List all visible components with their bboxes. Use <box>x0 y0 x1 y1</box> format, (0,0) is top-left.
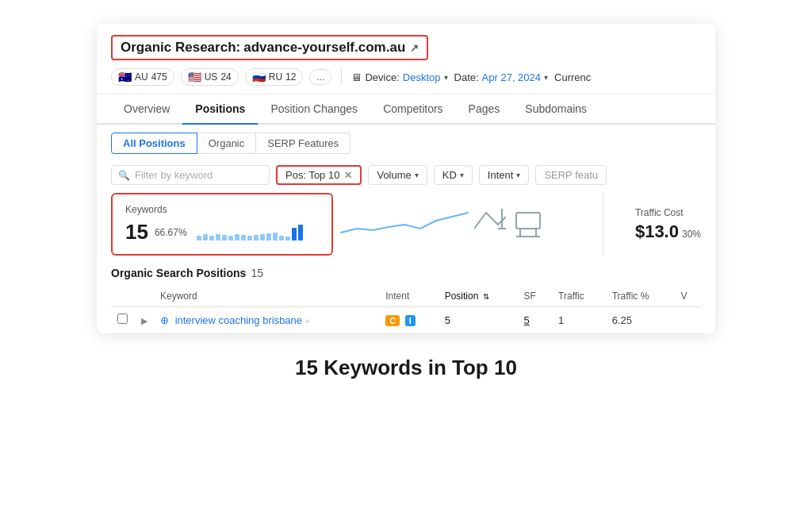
more-countries-button[interactable]: ... <box>309 69 331 85</box>
volume-dropdown[interactable]: Volume ▾ <box>368 165 427 185</box>
volume-chevron: ▾ <box>415 171 419 179</box>
us-badge[interactable]: 🇺🇸 US 24 <box>181 68 239 86</box>
keyword-add-icon: ⊕ <box>160 314 169 326</box>
keyword-cell: ⊕ interview coaching brisbane » <box>154 307 379 333</box>
tab-position-changes[interactable]: Position Changes <box>258 94 370 125</box>
kd-dropdown[interactable]: KD ▾ <box>434 165 473 185</box>
bar-17 <box>298 225 303 241</box>
traffic-icon-1 <box>474 205 506 244</box>
table-title: Organic Search Positions <box>111 267 246 279</box>
table-count: 15 <box>251 267 263 279</box>
au-code: AU <box>135 71 148 83</box>
bottom-caption: 15 Keywords in Top 10 <box>0 333 812 388</box>
traffic-cost-value: $13.0 <box>635 221 679 242</box>
ru-code: RU <box>269 71 282 83</box>
ru-count: 12 <box>285 71 296 83</box>
row-expand-cell: ▶ <box>135 307 154 333</box>
intent-label: Intent <box>488 169 514 181</box>
bar-1 <box>197 236 201 241</box>
device-label-text: Device: <box>365 71 399 83</box>
ru-badge[interactable]: 🇷🇺 RU 12 <box>245 68 304 86</box>
traffic-sparkline <box>341 205 468 244</box>
intent-badge-c: C <box>385 315 400 326</box>
traffic-value: 1 <box>558 314 564 326</box>
au-badge[interactable]: 🇦🇺 AU 475 <box>111 68 174 86</box>
bar-2 <box>203 234 208 241</box>
col-position[interactable]: Position ⇅ <box>439 286 518 307</box>
serp-features-button[interactable]: SERP featu <box>535 165 607 185</box>
intent-badge-i: I <box>405 315 416 326</box>
row-checkbox-cell <box>111 307 135 333</box>
bar-7 <box>235 234 239 241</box>
us-code: US <box>205 71 218 83</box>
bar-4 <box>216 234 220 241</box>
col-keyword: Keyword <box>154 286 379 307</box>
divider <box>341 69 342 85</box>
col-traffic: Traffic <box>552 286 606 307</box>
kd-label: KD <box>442 169 457 181</box>
ru-flag: 🇷🇺 <box>252 71 266 83</box>
tab-competitors[interactable]: Competitors <box>370 94 455 125</box>
domain-name: advance-yourself.com.au <box>243 40 405 56</box>
keyword-search-wrap[interactable]: 🔍 Filter by keyword <box>111 165 270 185</box>
col-checkbox <box>111 286 135 307</box>
organic-research-title: Organic Research: advance-yourself.com.a… <box>111 35 428 60</box>
device-chevron: ▾ <box>444 73 448 82</box>
traffic-cost-title: Traffic Cost <box>635 207 701 218</box>
position-value: 5 <box>445 314 450 326</box>
country-filter-row: 🇦🇺 AU 475 🇺🇸 US 24 🇷🇺 RU 12 ... 🖥 Device… <box>111 68 701 86</box>
intent-cell: C I <box>379 307 438 333</box>
au-count: 475 <box>151 71 167 83</box>
bar-15 <box>285 237 290 241</box>
subtab-serp-features[interactable]: SERP Features <box>256 133 350 154</box>
bar-16 <box>292 228 297 241</box>
keywords-title: Keywords <box>125 204 319 215</box>
bar-5 <box>222 235 227 241</box>
currency-filter[interactable]: Currenc <box>554 71 591 83</box>
col-intent: Intent <box>379 286 438 307</box>
tab-positions[interactable]: Positions <box>182 94 258 125</box>
date-value: Apr 27, 2024 <box>482 71 541 83</box>
table-section: Organic Search Positions 15 Keyword Inte… <box>97 267 715 333</box>
metrics-row: Keywords 15 66.67% <box>97 193 715 267</box>
metric-divider <box>603 193 603 256</box>
device-value: Desktop <box>403 71 441 83</box>
bar-10 <box>254 235 259 241</box>
traffic-pct-value: 6.25 <box>612 314 632 326</box>
table-header-row: Organic Search Positions 15 <box>111 267 701 279</box>
date-filter[interactable]: Date: Apr 27, 2024 ▾ <box>454 71 549 83</box>
us-count: 24 <box>220 71 231 83</box>
external-link-icon[interactable]: ↗ <box>410 42 419 54</box>
device-icon: 🖥 <box>351 71 362 83</box>
keyword-link[interactable]: interview coaching brisbane <box>175 314 302 326</box>
traffic-cost-metric: Traffic Cost $13.0 30% <box>619 193 701 256</box>
search-placeholder: Filter by keyword <box>135 169 213 181</box>
bar-13 <box>273 233 278 241</box>
traffic-cost-pct: 30% <box>682 229 701 240</box>
keywords-value: 15 <box>125 220 148 244</box>
nav-tabs: Overview Positions Position Changes Comp… <box>97 94 715 125</box>
serp-label: SERP featu <box>544 169 598 181</box>
row-checkbox[interactable] <box>117 314 128 324</box>
sf-value: 5 <box>524 314 530 326</box>
search-filter-row: 🔍 Filter by keyword Pos: Top 10 ✕ Volume… <box>97 160 715 193</box>
sub-tabs: All Positions Organic SERP Features <box>97 125 715 160</box>
organic-label: Organic Research: <box>121 40 240 56</box>
col-expand <box>135 286 154 307</box>
traffic-icon-2 <box>512 205 544 244</box>
traffic-pct-cell: 6.25 <box>606 307 675 333</box>
row-expand-button[interactable]: ▶ <box>141 316 147 325</box>
tab-overview[interactable]: Overview <box>111 94 182 125</box>
bar-6 <box>228 236 233 241</box>
subtab-all-positions[interactable]: All Positions <box>111 133 197 154</box>
pos-filter-close[interactable]: ✕ <box>344 170 352 181</box>
tab-pages[interactable]: Pages <box>456 94 513 125</box>
pos-filter-badge[interactable]: Pos: Top 10 ✕ <box>276 165 362 185</box>
currency-label-text: Currenc <box>554 71 591 83</box>
device-filter[interactable]: 🖥 Device: Desktop ▾ <box>351 71 447 83</box>
intent-dropdown[interactable]: Intent ▾ <box>479 165 530 185</box>
subtab-organic[interactable]: Organic <box>197 133 257 154</box>
traffic-cell: 1 <box>552 307 606 333</box>
tab-subdomains[interactable]: Subdomains <box>512 94 599 125</box>
bar-14 <box>279 236 284 241</box>
